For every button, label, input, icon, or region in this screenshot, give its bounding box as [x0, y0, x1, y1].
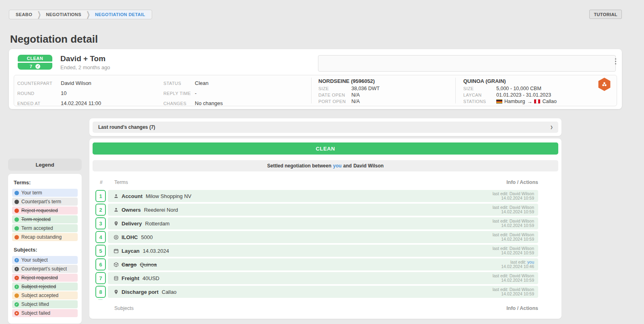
stations-value: Hamburg → Callao	[496, 99, 557, 105]
term-name: ILOHC	[122, 234, 138, 240]
term-row-body[interactable]: Freight40USDlast edit: David Wilson14.02…	[108, 272, 538, 284]
legend-subject-failed-dot-icon: ✕	[14, 311, 19, 316]
legend-terms-list: Your termCounterpart's termReject reques…	[12, 189, 78, 241]
term-value: 14.03.2024	[143, 248, 169, 254]
term-row-body[interactable]: Discharge portCallaolast edit: David Wil…	[108, 286, 538, 298]
term-last-edit: last edit: David Wilson14.02.2024 10:59	[493, 274, 534, 283]
term-name: Freight	[122, 275, 139, 281]
legend-label: Your term	[21, 190, 42, 196]
station-to: Callao	[542, 99, 556, 104]
vessel-name: NORDSEINE (9596052)	[318, 78, 380, 85]
legend-subjects-list: !Your subject!Counterpart's subject−Reje…	[12, 256, 78, 317]
box-icon	[114, 262, 119, 267]
clean-banner: CLEAN	[93, 142, 558, 155]
settled-you-link[interactable]: you	[333, 163, 341, 169]
legend-item-term-counterpart-s-term: Counterpart's term	[12, 198, 78, 206]
term-row-laycan: 5...Laycan14.03.2024last edit: David Wil…	[89, 245, 561, 258]
settled-and: and	[343, 163, 352, 169]
term-row-body[interactable]: ILOHC5000last edit: David Wilson14.02.20…	[108, 231, 538, 243]
laycan-value: 01.01.2023 - 31.01.2023	[496, 92, 551, 98]
legend-label: Counterpart's term	[21, 199, 61, 204]
port-open-value: N/A	[351, 99, 360, 104]
column-info-actions: Info / Actions	[506, 180, 538, 185]
legend-label: Reject requested	[21, 275, 58, 281]
term-row-account: 1...AccountMilow Shopping NVlast edit: D…	[89, 190, 561, 204]
tutorial-button[interactable]: TUTORIAL	[589, 10, 622, 19]
legend-label: Subject lifted	[21, 301, 49, 307]
last-edit-time: 14.02.2024 10:59	[493, 196, 534, 200]
term-number-button[interactable]: 3...	[95, 217, 106, 229]
last-round-changes-toggle[interactable]: Last round's changes (7) ›	[93, 122, 558, 133]
term-value: Rotterdam	[145, 221, 170, 227]
term-row-body[interactable]: Laycan14.03.2024last edit: David Wilson1…	[108, 245, 538, 257]
term-actions-dots-icon[interactable]: ...	[96, 297, 105, 301]
legend-label: Term rejected	[21, 217, 51, 222]
term-last-edit: last edit: David Wilson14.02.2024 10:59	[493, 219, 534, 228]
term-number: 1	[99, 193, 102, 199]
last-edit-time: 14.02.2024 10:59	[493, 292, 534, 296]
kebab-menu-icon[interactable]	[612, 58, 619, 64]
round-count-badge: 7 ✓	[18, 63, 52, 70]
term-number-button[interactable]: 8...	[95, 286, 106, 298]
date-open-value: N/A	[351, 92, 360, 98]
cargo-grain-icon	[598, 78, 611, 91]
station-from: Hamburg	[504, 99, 525, 104]
term-value: Quinoa	[140, 262, 157, 268]
breadcrumb-item-negotiations[interactable]: NEGOTIATIONS	[41, 12, 86, 17]
divider	[311, 78, 312, 103]
term-name: Owners	[122, 207, 141, 213]
term-number-button[interactable]: 5...	[95, 245, 106, 257]
legend-item-subject-your-subject: !Your subject	[12, 256, 78, 264]
term-row-body[interactable]: DeliveryRotterdamlast edit: David Wilson…	[108, 217, 538, 229]
legend-your-subject-dot-icon: !	[14, 258, 19, 262]
term-row-body[interactable]: AccountMilow Shopping NVlast edit: David…	[108, 190, 538, 202]
term-number-button[interactable]: 7...	[95, 272, 106, 284]
term-name: Laycan	[122, 248, 140, 254]
term-last-edit: last edit: David Wilson14.02.2024 10:59	[493, 246, 534, 255]
divider	[455, 78, 456, 103]
term-row-freight: 7...Freight40USDlast edit: David Wilson1…	[89, 272, 561, 286]
coin-icon	[114, 235, 119, 240]
term-value: 40USD	[142, 275, 159, 281]
subjects-table-header: Subjects Info / Actions	[89, 305, 561, 313]
term-row-body[interactable]: OwnersReederei Nordlast edit: David Wils…	[108, 204, 538, 216]
ended-at-value: 14.02.2024 11:00	[61, 100, 101, 106]
stations-label: STATIONS	[463, 99, 496, 104]
laycan-label: LAYCAN	[463, 93, 496, 97]
column-terms: Terms	[114, 180, 128, 185]
legend-subject-lifted-dot-icon: ✓	[14, 302, 19, 307]
breadcrumb-item-negotiation-detail[interactable]: NEGOTIATION DETAIL	[90, 10, 150, 19]
round-value: 10	[61, 90, 66, 96]
term-number-button[interactable]: 6...	[95, 258, 106, 270]
term-row-delivery: 3...DeliveryRotterdamlast edit: David Wi…	[89, 217, 561, 231]
term-row-body[interactable]: CargoQuinoalast edit: you14.02.2024 10:4…	[108, 258, 538, 270]
term-last-edit: last edit: David Wilson14.02.2024 10:59	[493, 233, 534, 241]
legend-term-rejected-dot-icon	[14, 217, 19, 222]
term-last-edit: last edit: David Wilson14.02.2024 10:59	[493, 192, 534, 200]
message-input[interactable]	[318, 55, 616, 72]
term-row-owners: 2...OwnersReederei Nordlast edit: David …	[89, 204, 561, 217]
breadcrumb-item-seabo[interactable]: SEABO	[11, 12, 37, 17]
counterpart-value: David Wilson	[61, 80, 91, 86]
term-value: Milow Shopping NV	[146, 193, 191, 199]
term-row-cargo: 6...CargoQuinoalast edit: you14.02.2024 …	[89, 258, 561, 272]
subjects-column-label: Subjects	[114, 305, 134, 311]
legend-item-term-your-term: Your term	[12, 189, 78, 197]
term-number-button[interactable]: 4...	[95, 231, 106, 243]
term-number: 8	[99, 289, 102, 295]
legend-terms-title: Terms:	[14, 180, 78, 186]
term-number: 7	[99, 275, 102, 281]
legend-label: Term accepted	[21, 225, 53, 231]
term-last-edit: last edit: David Wilson14.02.2024 10:59	[493, 205, 534, 214]
term-number-button[interactable]: 1...	[95, 190, 106, 202]
counterpart-label: COUNTERPART	[17, 81, 61, 86]
legend-item-subject-reject-requested: −Reject requested	[12, 274, 78, 282]
changes-label: CHANGES	[163, 101, 195, 106]
legend-label: Counterpart's subject	[21, 266, 67, 272]
legend-item-subject-subject-rejected: !Subject rejected	[12, 283, 78, 291]
legend-item-term-recap-outstanding: Recap outstanding	[12, 233, 78, 241]
peru-flag-icon	[534, 99, 540, 103]
term-number-button[interactable]: 2...	[95, 204, 106, 216]
ended-at-label: ENDED AT	[17, 101, 61, 106]
legend-item-term-reject-requested: Reject requested	[12, 206, 78, 215]
